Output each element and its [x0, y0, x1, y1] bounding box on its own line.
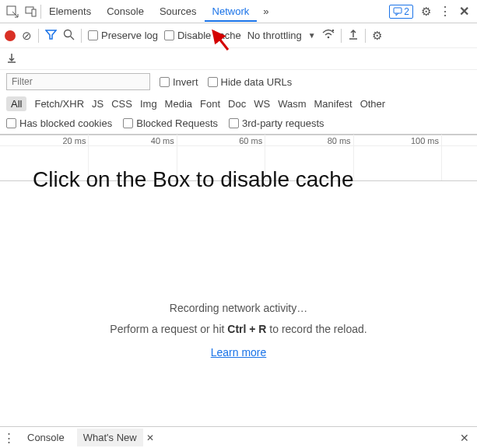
learn-more-link[interactable]: Learn more	[211, 346, 267, 359]
tab-network[interactable]: Network	[205, 1, 258, 22]
hide-data-urls-checkbox[interactable]: Hide data URLs	[208, 76, 293, 88]
divider	[365, 29, 366, 43]
disable-cache-label: Disable cache	[177, 30, 241, 41]
network-conditions-icon[interactable]	[322, 29, 335, 42]
third-party-checkbox[interactable]: 3rd-party requests	[229, 117, 324, 129]
divider	[341, 29, 342, 43]
settings-icon[interactable]: ⚙	[421, 5, 431, 19]
checkbox-icon	[160, 77, 170, 87]
blocked-cookies-checkbox[interactable]: Has blocked cookies	[6, 117, 112, 129]
export-har-icon[interactable]	[6, 52, 17, 65]
divider	[81, 29, 82, 43]
svg-point-4	[65, 30, 72, 37]
dropdown-icon[interactable]: ▼	[308, 31, 316, 40]
export-row	[0, 48, 477, 70]
menu-icon[interactable]: ⋮	[439, 4, 451, 19]
preserve-log-checkbox[interactable]: Preserve log	[88, 30, 158, 41]
tab-console[interactable]: Console	[99, 1, 152, 22]
invert-label: Invert	[173, 76, 198, 88]
device-toggle-icon[interactable]	[22, 2, 40, 21]
resource-type-filter: All Fetch/XHR JS CSS Img Media Font Doc …	[0, 93, 477, 114]
messages-count: 2	[404, 6, 409, 17]
type-wasm[interactable]: Wasm	[278, 98, 306, 110]
timeline-tick: 80 ms	[328, 136, 353, 145]
drawer-close-icon[interactable]: ✕	[460, 432, 474, 444]
svg-rect-3	[394, 8, 402, 13]
type-img[interactable]: Img	[140, 98, 157, 110]
type-media[interactable]: Media	[165, 98, 192, 110]
more-filters-row: Has blocked cookies Blocked Requests 3rd…	[0, 114, 477, 135]
import-har-icon[interactable]	[348, 29, 359, 42]
recording-subtitle: Perform a request or hit Ctrl + R to rec…	[0, 323, 477, 335]
type-css[interactable]: CSS	[111, 98, 132, 110]
divider	[38, 29, 39, 43]
annotation-text: Click on the Box to disable cache	[33, 167, 353, 192]
type-js[interactable]: JS	[92, 98, 103, 110]
network-log-empty: Recording network activity… Perform a re…	[0, 181, 477, 415]
checkbox-icon	[208, 77, 218, 87]
disable-cache-checkbox[interactable]: Disable cache	[164, 30, 241, 41]
invert-checkbox[interactable]: Invert	[160, 76, 198, 88]
drawer-menu-icon[interactable]: ⋮	[3, 431, 15, 445]
type-all[interactable]: All	[6, 96, 26, 111]
type-fetchxhr[interactable]: Fetch/XHR	[34, 98, 84, 110]
type-manifest[interactable]: Manifest	[314, 98, 352, 110]
blocked-cookies-label: Has blocked cookies	[19, 117, 112, 129]
network-toolbar: ⊘ Preserve log Disable cache No throttli…	[0, 23, 477, 48]
timeline-tick: 40 ms	[151, 136, 177, 145]
svg-point-6	[327, 37, 329, 39]
preserve-log-label: Preserve log	[101, 30, 158, 41]
network-settings-icon[interactable]: ⚙	[372, 29, 382, 43]
svg-rect-2	[32, 9, 36, 16]
hide-data-urls-label: Hide data URLs	[221, 76, 293, 88]
timeline-tick: 60 ms	[239, 136, 265, 145]
checkbox-icon	[164, 30, 174, 40]
checkbox-icon	[6, 118, 16, 128]
throttling-select[interactable]: No throttling	[247, 30, 302, 41]
checkbox-icon	[229, 118, 239, 128]
filter-bar: Invert Hide data URLs	[0, 70, 477, 93]
filter-toggle-icon[interactable]	[45, 29, 57, 43]
timeline-tick: 20 ms	[62, 136, 88, 145]
more-tabs-icon[interactable]: »	[257, 1, 275, 22]
type-doc[interactable]: Doc	[228, 98, 246, 110]
tab-sources[interactable]: Sources	[152, 1, 205, 22]
blocked-requests-label: Blocked Requests	[136, 117, 218, 129]
close-icon[interactable]: ✕	[459, 4, 469, 19]
checkbox-icon	[88, 30, 98, 40]
timeline-tick: 100 ms	[411, 136, 441, 145]
filter-input[interactable]	[6, 73, 150, 90]
drawer-tab-console[interactable]: Console	[21, 429, 71, 446]
tab-elements[interactable]: Elements	[41, 1, 99, 22]
drawer-tab-close-icon[interactable]: ✕	[146, 432, 154, 443]
type-other[interactable]: Other	[360, 98, 386, 110]
blocked-requests-checkbox[interactable]: Blocked Requests	[123, 117, 218, 129]
search-icon[interactable]	[63, 29, 75, 43]
devtools-tabstrip: Elements Console Sources Network » 2 ⚙ ⋮…	[0, 0, 477, 23]
svg-line-5	[71, 36, 75, 40]
type-font[interactable]: Font	[200, 98, 220, 110]
checkbox-icon	[123, 118, 133, 128]
clear-icon[interactable]: ⊘	[22, 29, 32, 43]
third-party-label: 3rd-party requests	[242, 117, 324, 129]
inspect-icon[interactable]	[3, 2, 22, 21]
messages-badge[interactable]: 2	[389, 5, 413, 19]
type-ws[interactable]: WS	[254, 98, 270, 110]
record-button[interactable]	[5, 30, 16, 41]
drawer-tab-whatsnew[interactable]: What's New	[77, 429, 143, 446]
recording-title: Recording network activity…	[0, 302, 477, 314]
drawer-tabstrip: ⋮ Console What's New ✕ ✕	[0, 426, 477, 448]
